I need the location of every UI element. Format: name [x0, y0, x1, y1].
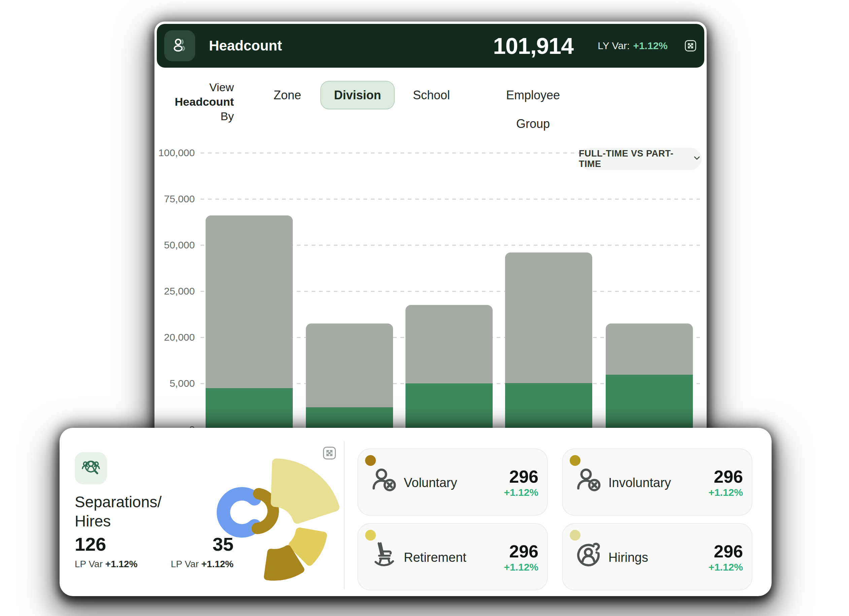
- tab-division[interactable]: Division: [320, 81, 395, 109]
- stat-card-voluntary[interactable]: Voluntary 296 +1.12%: [357, 448, 548, 516]
- people-search-icon: [80, 457, 101, 480]
- stat-value: 296: [714, 541, 743, 561]
- bar-part-time-segment[interactable]: [306, 324, 393, 407]
- stat-delta: +1.12%: [504, 561, 538, 573]
- stat-card-involuntary[interactable]: Involuntary 296 +1.12%: [562, 448, 752, 516]
- category-dot: [365, 530, 376, 541]
- stat-value: 296: [509, 467, 538, 486]
- bar-part-time-segment[interactable]: [405, 305, 493, 383]
- headcount-card: Headcount 101,914 LY Var: +1.12% View He…: [155, 22, 707, 444]
- stat-delta: +1.12%: [708, 486, 743, 498]
- tab-employee-group[interactable]: Employee Group: [488, 81, 578, 109]
- headcount-total: 101,914: [493, 24, 573, 68]
- radial-ring-blue: [223, 494, 255, 531]
- dropdown-label: FULL-TIME VS PART-TIME: [579, 148, 688, 169]
- y-axis-tick: 5,000: [155, 376, 195, 391]
- expand-icon[interactable]: [684, 39, 697, 53]
- separations-lp-var: LP Var +1.12%: [75, 558, 138, 570]
- dashboard: Headcount 101,914 LY Var: +1.12% View He…: [0, 0, 849, 616]
- people-search-icon-tile: [75, 452, 107, 485]
- separations-hires-card: Separations/ Hires 126 LP Var +1.12% 35 …: [60, 428, 772, 596]
- separations-value: 126: [75, 534, 106, 554]
- y-axis-tick: 25,000: [155, 284, 195, 298]
- stat-label: Retirement: [404, 524, 466, 591]
- chevron-down-icon: [692, 153, 702, 165]
- tab-zone[interactable]: Zone: [270, 81, 305, 109]
- users-icon-tile: [164, 30, 195, 61]
- y-axis-tick: 20,000: [155, 330, 195, 345]
- separations-hires-title: Separations/ Hires: [75, 492, 161, 531]
- bar-part-time-segment[interactable]: [606, 324, 693, 375]
- y-axis-tick: 50,000: [155, 238, 195, 252]
- stat-card-hirings[interactable]: Hirings 296 +1.12%: [562, 523, 752, 591]
- stat-delta: +1.12%: [504, 486, 538, 498]
- stat-value: 296: [714, 467, 743, 486]
- radial-petal-large: [275, 463, 335, 519]
- tab-school[interactable]: School: [410, 81, 453, 109]
- y-axis-tick: 100,000: [155, 146, 195, 160]
- category-dot: [570, 455, 581, 466]
- y-axis-tick: 75,000: [155, 192, 195, 206]
- stat-value: 296: [509, 541, 538, 561]
- expand-icon[interactable]: [321, 445, 338, 461]
- stat-label: Hirings: [608, 524, 648, 591]
- stat-label: Voluntary: [404, 449, 457, 516]
- gridline: [201, 198, 700, 200]
- user-question-icon: [575, 540, 603, 568]
- ly-var: LY Var: +1.12%: [597, 24, 667, 68]
- full-time-part-time-dropdown[interactable]: FULL-TIME VS PART-TIME: [579, 148, 702, 170]
- bar-part-time-segment[interactable]: [505, 252, 592, 383]
- category-dot: [365, 455, 376, 466]
- ly-var-label: LY Var:: [597, 40, 630, 52]
- divider: [344, 441, 345, 589]
- user-x-icon: [370, 465, 398, 494]
- category-dot: [570, 530, 581, 541]
- headcount-header: Headcount 101,914 LY Var: +1.12%: [157, 24, 704, 68]
- bar-part-time-segment[interactable]: [206, 215, 293, 388]
- ly-var-value: +1.12%: [633, 40, 667, 52]
- stat-delta: +1.12%: [708, 561, 743, 573]
- page-title: Headcount: [209, 24, 282, 68]
- rocking-chair-icon: [370, 540, 398, 568]
- radial-inner-arc-gold: [258, 494, 273, 528]
- stat-label: Involuntary: [608, 449, 671, 516]
- stat-card-retirement[interactable]: Retirement 296 +1.12%: [357, 523, 548, 591]
- users-icon: [170, 35, 190, 57]
- user-x-icon: [575, 465, 603, 494]
- view-headcount-by-label: View Headcount By: [160, 80, 234, 124]
